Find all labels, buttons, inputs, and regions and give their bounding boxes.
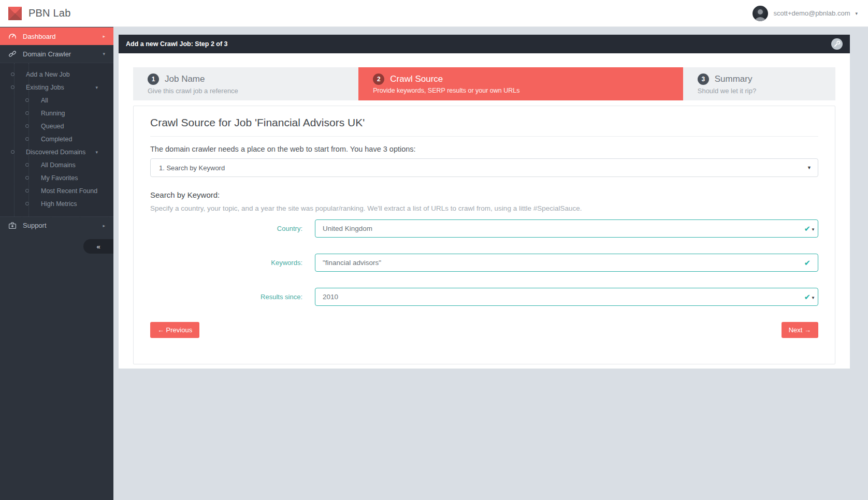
medkit-icon (8, 222, 17, 230)
wizard-steps: 1 Job Name Give this crawl job a referen… (133, 67, 835, 100)
domain-crawler-submenu: Add a New Job Existing Jobs ▾ All Runnin… (0, 63, 113, 216)
brand-name: PBN Lab (28, 7, 70, 19)
user-email: scott+demo@pbnlab.com (773, 9, 850, 17)
section-help-text: Specify a country, your topic, and a yea… (150, 204, 818, 212)
bullet-icon (11, 150, 15, 154)
top-navbar: PBN Lab scott+demo@pbnlab.com ▾ (0, 0, 868, 27)
sidebar-item-domain-crawler[interactable]: Domain Crawler ▾ (0, 45, 113, 63)
country-select[interactable] (315, 219, 818, 238)
sidebar-item-dashboard[interactable]: Dashboard ▸ (0, 27, 113, 45)
sidebar-item-jobs-completed[interactable]: Completed (0, 133, 113, 145)
sidebar-item-label: Add a New Job (26, 71, 70, 78)
step-title: Summary (715, 74, 753, 84)
panel-title: Add a new Crawl Job: Step 2 of 3 (126, 40, 228, 48)
source-type-selected-value: 1. Search by Keyword (159, 164, 225, 172)
bullet-icon (11, 72, 15, 76)
valid-check-icon: ✔ (804, 224, 811, 233)
step-title: Crawl Source (390, 74, 443, 84)
card-heading: Crawl Source for Job 'Financial Advisors… (150, 116, 818, 137)
step-number-badge: 2 (373, 73, 384, 85)
person-silhouette-icon (753, 6, 768, 21)
keywords-label: Keywords: (150, 259, 315, 267)
sidebar-item-my-favorites[interactable]: My Favorites (0, 171, 113, 184)
select-caret-icon: ▼ (811, 296, 815, 300)
sidebar-item-high-metrics[interactable]: High Metrics (0, 197, 113, 210)
sidebar-item-label: All Domains (41, 161, 76, 169)
keywords-input[interactable] (315, 254, 818, 272)
sidebar-collapse-button[interactable]: « (83, 239, 113, 254)
wizard-step-job-name[interactable]: 1 Job Name Give this crawl job a referen… (133, 67, 358, 100)
panel-header: Add a new Crawl Job: Step 2 of 3 (119, 35, 850, 53)
valid-check-icon: ✔ (804, 258, 811, 268)
sidebar-item-all-domains[interactable]: All Domains (0, 158, 113, 171)
step-subtitle: Should we let it rip? (698, 87, 821, 95)
sidebar-item-existing-jobs[interactable]: Existing Jobs ▾ (0, 81, 113, 94)
collapse-chevrons-icon: « (96, 243, 100, 251)
wizard-step-summary[interactable]: 3 Summary Should we let it rip? (683, 67, 835, 100)
main-content: Add Job: Step 2 of 3 time to get crawlin… (113, 0, 868, 369)
sidebar-item-discovered-domains[interactable]: Discovered Domains ▾ (0, 145, 113, 158)
sidebar-item-label: Most Recent Found (41, 187, 97, 195)
wizard-step-crawl-source[interactable]: 2 Crawl Source Provide keywords, SERP re… (358, 67, 683, 100)
chevron-down-icon: ▾ (855, 11, 858, 16)
sidebar-item-label: All (41, 97, 48, 104)
sidebar-item-label: Discovered Domains (26, 149, 85, 156)
step-number-badge: 1 (148, 73, 159, 85)
brand[interactable]: PBN Lab (8, 7, 70, 20)
crawl-source-card: Crawl Source for Job 'Financial Advisors… (133, 106, 835, 364)
bullet-icon (25, 202, 29, 205)
step-title: Job Name (165, 74, 205, 84)
sidebar-item-support[interactable]: Support ▸ (0, 216, 113, 234)
step-number-badge: 3 (698, 73, 709, 85)
chevron-down-icon: ▾ (103, 51, 105, 56)
sidebar-item-label: Domain Crawler (23, 50, 71, 58)
crawler-intro-text: The domain crawler needs a place on the … (150, 145, 818, 153)
step-subtitle: Give this crawl job a reference (148, 87, 344, 95)
keywords-row: Keywords: ✔ (150, 254, 818, 272)
next-button[interactable]: Next → (782, 322, 818, 338)
bullet-icon (25, 163, 29, 167)
select-caret-icon: ▼ (807, 165, 812, 170)
country-row: Country: ✔ ▼ (150, 219, 818, 238)
gauge-icon (8, 32, 17, 40)
bullet-icon (25, 189, 29, 193)
chevron-right-icon: ▸ (103, 34, 105, 39)
chevron-right-icon: ▸ (103, 223, 105, 228)
section-label: Search by Keyword: (150, 190, 818, 199)
wrench-icon (833, 40, 841, 48)
wizard-actions: ← Previous Next → (150, 322, 818, 338)
sidebar-item-label: High Metrics (41, 200, 77, 208)
step-subtitle: Provide keywords, SERP results or your o… (373, 87, 668, 94)
bullet-icon (25, 98, 29, 102)
pbnlab-logo-icon (8, 7, 22, 20)
bullet-icon (25, 176, 29, 180)
sidebar-item-label: Running (41, 110, 65, 117)
bullet-icon (11, 85, 15, 89)
bullet-icon (25, 111, 29, 115)
sidebar: Dashboard ▸ Domain Crawler ▾ Add a New J… (0, 27, 113, 500)
source-type-select[interactable]: 1. Search by Keyword ▼ (150, 158, 818, 177)
chevron-down-icon: ▾ (95, 150, 98, 155)
chevron-down-icon: ▾ (95, 85, 98, 90)
sidebar-item-add-new-job[interactable]: Add a New Job (0, 68, 113, 81)
results-since-row: Results since: ✔ ▼ (150, 288, 818, 306)
panel-settings-button[interactable] (831, 38, 843, 50)
sidebar-item-jobs-all[interactable]: All (0, 94, 113, 107)
user-menu[interactable]: scott+demo@pbnlab.com ▾ (753, 6, 858, 21)
panel-body: 1 Job Name Give this crawl job a referen… (119, 53, 850, 369)
valid-check-icon: ✔ (804, 292, 811, 302)
avatar (753, 6, 768, 21)
sidebar-item-label: Queued (41, 123, 64, 130)
previous-button[interactable]: ← Previous (150, 322, 199, 338)
sidebar-item-label: Dashboard (23, 33, 56, 40)
results-since-select[interactable] (315, 288, 818, 306)
sidebar-item-jobs-queued[interactable]: Queued (0, 120, 113, 133)
sidebar-item-jobs-running[interactable]: Running (0, 107, 113, 120)
select-caret-icon: ▼ (811, 227, 815, 232)
sidebar-item-label: Completed (41, 136, 72, 143)
crawl-job-panel: Add a new Crawl Job: Step 2 of 3 1 Job N… (119, 35, 850, 369)
results-since-label: Results since: (150, 293, 315, 301)
sidebar-item-label: Support (23, 222, 47, 229)
country-label: Country: (150, 225, 315, 232)
sidebar-item-most-recent-found[interactable]: Most Recent Found (0, 184, 113, 197)
